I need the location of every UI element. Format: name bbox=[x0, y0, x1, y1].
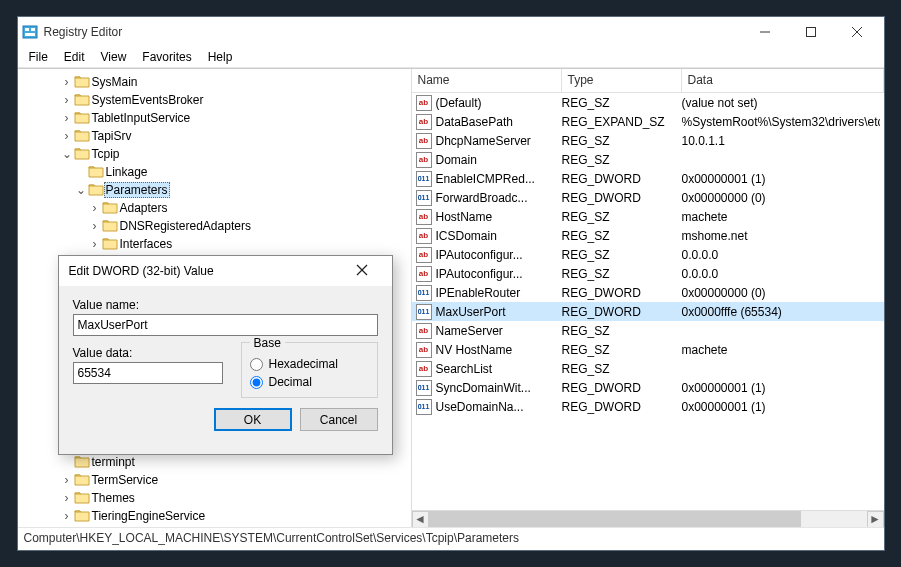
tree-item[interactable]: ›TermService bbox=[18, 471, 411, 489]
cancel-button[interactable]: Cancel bbox=[300, 408, 378, 431]
string-value-icon: ab bbox=[416, 266, 432, 282]
folder-icon bbox=[74, 508, 90, 525]
value-type: REG_DWORD bbox=[562, 172, 682, 186]
string-value-icon: ab bbox=[416, 209, 432, 225]
edit-dword-dialog: Edit DWORD (32-bit) Value Value name: Va… bbox=[58, 255, 393, 455]
svg-rect-2 bbox=[31, 28, 35, 31]
tree-twisty-icon[interactable]: › bbox=[60, 111, 74, 125]
table-row[interactable]: abDomainREG_SZ bbox=[412, 150, 884, 169]
value-name: IPEnableRouter bbox=[436, 286, 562, 300]
value-name: IPAutoconfigur... bbox=[436, 248, 562, 262]
titlebar: Registry Editor bbox=[18, 17, 884, 47]
table-row[interactable]: 011ForwardBroadc...REG_DWORD0x00000000 (… bbox=[412, 188, 884, 207]
menu-file[interactable]: File bbox=[22, 48, 55, 66]
value-type: REG_SZ bbox=[562, 362, 682, 376]
tree-item[interactable]: Linkage bbox=[18, 163, 411, 181]
menu-edit[interactable]: Edit bbox=[57, 48, 92, 66]
dialog-close-icon[interactable] bbox=[342, 264, 382, 279]
menu-view[interactable]: View bbox=[94, 48, 134, 66]
dialog-titlebar: Edit DWORD (32-bit) Value bbox=[59, 256, 392, 286]
table-row[interactable]: abDhcpNameServerREG_SZ10.0.1.1 bbox=[412, 131, 884, 150]
value-data: 0x00000001 (1) bbox=[682, 400, 880, 414]
tree-item-label: Adapters bbox=[118, 201, 170, 215]
tree-item[interactable]: ⌄Tcpip bbox=[18, 145, 411, 163]
tree-item[interactable]: ›Interfaces bbox=[18, 235, 411, 253]
value-name: DataBasePath bbox=[436, 115, 562, 129]
tree-item[interactable]: ›SysMain bbox=[18, 73, 411, 91]
table-row[interactable]: abIPAutoconfigur...REG_SZ0.0.0.0 bbox=[412, 264, 884, 283]
tree-item[interactable]: ›TabletInputService bbox=[18, 109, 411, 127]
value-data: 10.0.1.1 bbox=[682, 134, 880, 148]
tree-item-label: TapiSrv bbox=[90, 129, 134, 143]
value-name: HostName bbox=[436, 210, 562, 224]
tree-twisty-icon[interactable]: › bbox=[60, 509, 74, 523]
table-row[interactable]: abSearchListREG_SZ bbox=[412, 359, 884, 378]
menu-favorites[interactable]: Favorites bbox=[135, 48, 198, 66]
tree-twisty-icon[interactable]: ⌄ bbox=[74, 183, 88, 197]
scroll-track[interactable] bbox=[429, 511, 867, 527]
table-row[interactable]: abDataBasePathREG_EXPAND_SZ%SystemRoot%\… bbox=[412, 112, 884, 131]
value-name-field[interactable] bbox=[73, 314, 378, 336]
svg-rect-1 bbox=[25, 28, 29, 31]
list-body[interactable]: ab(Default)REG_SZ(value not set)abDataBa… bbox=[412, 93, 884, 510]
tree-item[interactable]: ›TapiSrv bbox=[18, 127, 411, 145]
tree-item[interactable]: ›SystemEventsBroker bbox=[18, 91, 411, 109]
tree-item[interactable]: terminpt bbox=[18, 453, 411, 471]
table-row[interactable]: ab(Default)REG_SZ(value not set) bbox=[412, 93, 884, 112]
tree-item[interactable]: ›DNSRegisteredAdapters bbox=[18, 217, 411, 235]
table-row[interactable]: abIPAutoconfigur...REG_SZ0.0.0.0 bbox=[412, 245, 884, 264]
tree-twisty-icon[interactable]: › bbox=[60, 491, 74, 505]
scroll-right-icon[interactable]: ► bbox=[867, 511, 884, 528]
value-data: 0x00000000 (0) bbox=[682, 286, 880, 300]
value-name: IPAutoconfigur... bbox=[436, 267, 562, 281]
table-row[interactable]: abNameServerREG_SZ bbox=[412, 321, 884, 340]
tree-twisty-icon[interactable]: ⌄ bbox=[60, 147, 74, 161]
tree-item[interactable]: ›Adapters bbox=[18, 199, 411, 217]
maximize-button[interactable] bbox=[788, 17, 834, 47]
value-name: Domain bbox=[436, 153, 562, 167]
column-name[interactable]: Name bbox=[412, 69, 562, 92]
table-row[interactable]: 011IPEnableRouterREG_DWORD0x00000000 (0) bbox=[412, 283, 884, 302]
value-type: REG_EXPAND_SZ bbox=[562, 115, 682, 129]
ok-button[interactable]: OK bbox=[214, 408, 292, 431]
value-data-field[interactable] bbox=[73, 362, 223, 384]
tree-twisty-icon[interactable]: › bbox=[88, 201, 102, 215]
column-type[interactable]: Type bbox=[562, 69, 682, 92]
horizontal-scrollbar[interactable]: ◄ ► bbox=[412, 510, 884, 527]
radio-decimal[interactable] bbox=[250, 376, 263, 389]
tree-twisty-icon[interactable]: › bbox=[88, 219, 102, 233]
close-button[interactable] bbox=[834, 17, 880, 47]
table-row[interactable]: 011SyncDomainWit...REG_DWORD0x00000001 (… bbox=[412, 378, 884, 397]
table-row[interactable]: 011MaxUserPortREG_DWORD0x0000fffe (65534… bbox=[412, 302, 884, 321]
scroll-thumb[interactable] bbox=[429, 511, 801, 527]
tree-item[interactable]: ›TieringEngineService bbox=[18, 507, 411, 525]
table-row[interactable]: abHostNameREG_SZmachete bbox=[412, 207, 884, 226]
tree-item[interactable]: ›Themes bbox=[18, 489, 411, 507]
tree-item-label: TabletInputService bbox=[90, 111, 193, 125]
tree-twisty-icon[interactable]: › bbox=[60, 129, 74, 143]
value-type: REG_DWORD bbox=[562, 400, 682, 414]
tree-item-label: Tcpip bbox=[90, 147, 122, 161]
tree-item[interactable]: ⌄Parameters bbox=[18, 181, 411, 199]
value-data: 0x00000000 (0) bbox=[682, 191, 880, 205]
string-value-icon: ab bbox=[416, 133, 432, 149]
tree-twisty-icon[interactable]: › bbox=[60, 93, 74, 107]
table-row[interactable]: abICSDomainREG_SZmshome.net bbox=[412, 226, 884, 245]
table-row[interactable]: abNV HostNameREG_SZmachete bbox=[412, 340, 884, 359]
minimize-button[interactable] bbox=[742, 17, 788, 47]
binary-value-icon: 011 bbox=[416, 171, 432, 187]
tree-twisty-icon[interactable]: › bbox=[60, 75, 74, 89]
registry-editor-window: Registry Editor File Edit View Favorites… bbox=[17, 16, 885, 551]
tree-twisty-icon[interactable]: › bbox=[60, 473, 74, 487]
table-row[interactable]: 011EnableICMPRed...REG_DWORD0x00000001 (… bbox=[412, 169, 884, 188]
value-data: mshome.net bbox=[682, 229, 880, 243]
value-list: Name Type Data ab(Default)REG_SZ(value n… bbox=[412, 69, 884, 527]
tree-item-label: SystemEventsBroker bbox=[90, 93, 206, 107]
radio-hexadecimal[interactable] bbox=[250, 358, 263, 371]
menu-help[interactable]: Help bbox=[201, 48, 240, 66]
table-row[interactable]: 011UseDomainNa...REG_DWORD0x00000001 (1) bbox=[412, 397, 884, 416]
value-data: 0x00000001 (1) bbox=[682, 381, 880, 395]
scroll-left-icon[interactable]: ◄ bbox=[412, 511, 429, 528]
column-data[interactable]: Data bbox=[682, 69, 884, 92]
tree-twisty-icon[interactable]: › bbox=[88, 237, 102, 251]
